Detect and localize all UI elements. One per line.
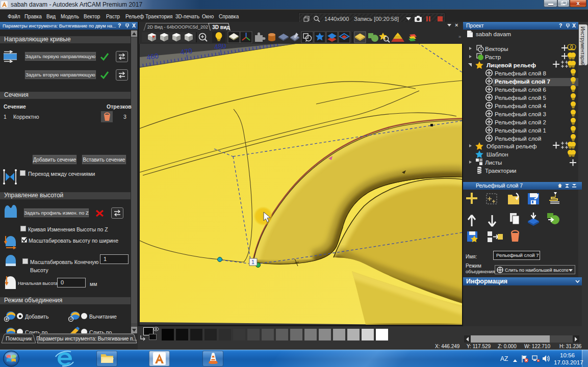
svg-text:Шаблон: Шаблон	[487, 151, 508, 158]
svg-text:Обратный рельеф: Обратный рельеф	[487, 143, 537, 149]
svg-text:Параметры инструмента: Вытягив: Параметры инструмента: Вытягивание п...	[36, 336, 137, 342]
svg-text:Рельефный слой 8: Рельефный слой 8	[495, 70, 546, 76]
svg-text:Рельефный слой 1: Рельефный слой 1	[495, 127, 546, 134]
svg-text:Рельефный слой 7: Рельефный слой 7	[495, 78, 550, 85]
svg-text:Векторы: Векторы	[485, 46, 508, 52]
svg-text:sabah davam: sabah davam	[476, 31, 511, 37]
svg-text:Рельефный слой 4: Рельефный слой 4	[495, 103, 547, 109]
svg-text:Рельефный слой 6: Рельефный слой 6	[495, 87, 546, 93]
svg-text:1: 1	[251, 259, 254, 265]
svg-text:Помощник: Помощник	[6, 335, 32, 342]
svg-text:Траектории: Траектории	[485, 168, 517, 174]
svg-text:Растр: Растр	[485, 54, 501, 60]
svg-text:Рельефный слой 3: Рельефный слой 3	[495, 111, 546, 117]
svg-text:Рельефный слой: Рельефный слой	[495, 136, 541, 142]
svg-text:»: »	[458, 34, 461, 39]
svg-text:Рельефный слой 5: Рельефный слой 5	[495, 95, 546, 101]
svg-text:Лицевой рельеф: Лицевой рельеф	[487, 62, 536, 68]
svg-text:Листы: Листы	[485, 160, 502, 166]
svg-text:Рельефный слой 2: Рельефный слой 2	[495, 119, 546, 125]
